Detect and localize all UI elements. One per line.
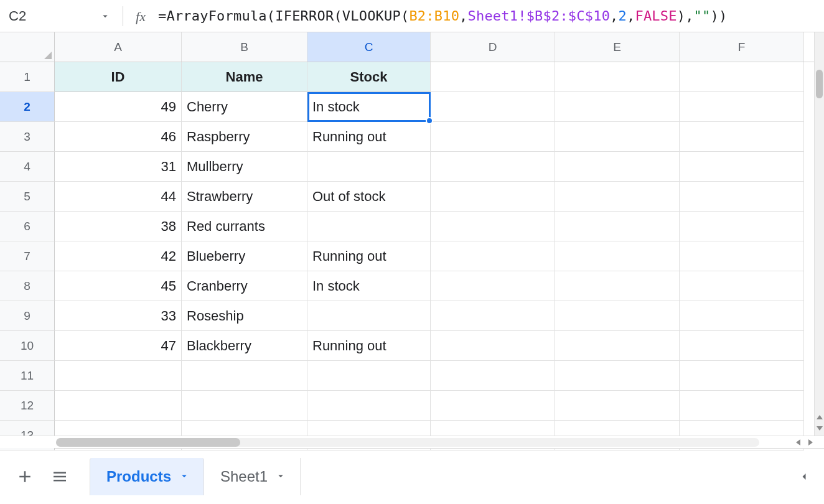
cell[interactable]: [555, 331, 680, 361]
cell[interactable]: [182, 391, 307, 421]
cell-name[interactable]: Cherry: [182, 92, 307, 122]
cell-id[interactable]: 49: [55, 92, 182, 122]
vertical-scrollbar[interactable]: [814, 32, 824, 436]
cell[interactable]: [431, 361, 555, 391]
cell-name[interactable]: Blackberry: [182, 331, 307, 361]
expand-toolbar-button[interactable]: [792, 464, 817, 489]
scroll-up-button[interactable]: [816, 412, 823, 422]
horizontal-scroll-thumb[interactable]: [56, 438, 240, 447]
cell-id[interactable]: 44: [55, 182, 182, 212]
row-header-1[interactable]: 1: [0, 62, 55, 92]
cell[interactable]: [680, 212, 804, 241]
cell[interactable]: [555, 122, 680, 152]
cell[interactable]: [431, 182, 555, 212]
cell[interactable]: [431, 122, 555, 152]
name-box[interactable]: C2: [5, 0, 114, 32]
cell[interactable]: [680, 271, 804, 301]
cell-id[interactable]: 31: [55, 152, 182, 182]
row-header-3[interactable]: 3: [0, 122, 55, 152]
name-box-dropdown[interactable]: [96, 7, 114, 25]
cell-stock[interactable]: In stock: [307, 92, 431, 122]
cell[interactable]: [555, 92, 680, 122]
cell[interactable]: [555, 391, 680, 421]
cell[interactable]: [431, 331, 555, 361]
scroll-left-button[interactable]: [793, 437, 803, 447]
vertical-scroll-thumb[interactable]: [816, 70, 823, 98]
header-id[interactable]: ID: [55, 62, 182, 92]
cell-stock[interactable]: [307, 301, 431, 331]
cell[interactable]: [431, 62, 555, 92]
col-header-e[interactable]: E: [555, 32, 680, 62]
cell[interactable]: [680, 391, 804, 421]
cell[interactable]: [431, 212, 555, 241]
cell[interactable]: [680, 152, 804, 182]
cell[interactable]: [680, 182, 804, 212]
sheet-tab-sheet1[interactable]: Sheet1: [204, 458, 301, 495]
cells[interactable]: ID Name Stock 49CherryIn stock46Raspberr…: [55, 62, 814, 436]
cell[interactable]: [431, 241, 555, 271]
cell-name[interactable]: Cranberry: [182, 271, 307, 301]
cell-stock[interactable]: [307, 212, 431, 241]
row-header-4[interactable]: 4: [0, 152, 55, 182]
cell[interactable]: [307, 391, 431, 421]
cell[interactable]: [680, 331, 804, 361]
formula-input[interactable]: =ArrayFormula(IFERROR(VLOOKUP(B2:B10,She…: [153, 8, 819, 24]
row-header-9[interactable]: 9: [0, 301, 55, 331]
scroll-right-button[interactable]: [805, 437, 815, 447]
cell[interactable]: [680, 241, 804, 271]
cell[interactable]: [307, 361, 431, 391]
col-header-f[interactable]: F: [680, 32, 804, 62]
cell[interactable]: [555, 271, 680, 301]
select-all-corner[interactable]: [0, 32, 55, 62]
cell[interactable]: [555, 182, 680, 212]
all-sheets-button[interactable]: [42, 459, 77, 494]
cell[interactable]: [680, 62, 804, 92]
cell-name[interactable]: Mullberry: [182, 152, 307, 182]
cell[interactable]: [431, 271, 555, 301]
row-header-10[interactable]: 10: [0, 331, 55, 361]
cell[interactable]: [555, 241, 680, 271]
cell-id[interactable]: 33: [55, 301, 182, 331]
header-name[interactable]: Name: [182, 62, 307, 92]
horizontal-scrollbar[interactable]: [0, 436, 824, 448]
cell-name[interactable]: Red currants: [182, 212, 307, 241]
cell[interactable]: [680, 122, 804, 152]
row-header-11[interactable]: 11: [0, 361, 55, 391]
col-header-d[interactable]: D: [431, 32, 555, 62]
cell[interactable]: [431, 92, 555, 122]
cell-id[interactable]: 46: [55, 122, 182, 152]
cell-name[interactable]: Strawberry: [182, 182, 307, 212]
cell[interactable]: [555, 301, 680, 331]
cell-id[interactable]: 47: [55, 331, 182, 361]
cell[interactable]: [431, 391, 555, 421]
row-header-12[interactable]: 12: [0, 391, 55, 421]
row-header-5[interactable]: 5: [0, 182, 55, 212]
cell[interactable]: [55, 391, 182, 421]
sheet-tab-products[interactable]: Products: [90, 458, 204, 495]
row-header-6[interactable]: 6: [0, 212, 55, 241]
cell[interactable]: [555, 62, 680, 92]
col-header-a[interactable]: A: [55, 32, 182, 62]
cell-stock[interactable]: [307, 152, 431, 182]
header-stock[interactable]: Stock: [307, 62, 431, 92]
cell-id[interactable]: 38: [55, 212, 182, 241]
cell-name[interactable]: Roseship: [182, 301, 307, 331]
cell[interactable]: [680, 92, 804, 122]
cell[interactable]: [680, 361, 804, 391]
cell-id[interactable]: 45: [55, 271, 182, 301]
sheet-tab-menu[interactable]: [275, 468, 286, 485]
col-header-c[interactable]: C: [307, 32, 431, 62]
cell[interactable]: [555, 152, 680, 182]
col-header-b[interactable]: B: [182, 32, 307, 62]
row-header-2[interactable]: 2: [0, 92, 55, 122]
cell[interactable]: [680, 301, 804, 331]
scroll-down-button[interactable]: [816, 423, 823, 433]
cell[interactable]: [182, 361, 307, 391]
cell[interactable]: [55, 361, 182, 391]
name-box-value[interactable]: C2: [5, 8, 96, 24]
row-header-7[interactable]: 7: [0, 241, 55, 271]
cell[interactable]: [555, 212, 680, 241]
cell[interactable]: [431, 152, 555, 182]
cell-id[interactable]: 42: [55, 241, 182, 271]
row-header-8[interactable]: 8: [0, 271, 55, 301]
